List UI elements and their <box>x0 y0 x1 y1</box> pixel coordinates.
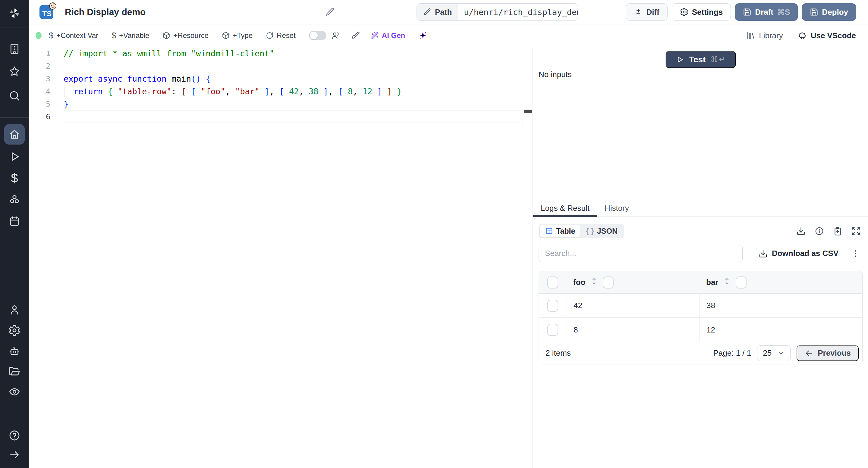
line-number: 5 <box>29 98 64 110</box>
test-button[interactable]: Test ⌘↵ <box>665 51 736 68</box>
format-brush-icon[interactable] <box>351 31 360 40</box>
edit-pencil-icon[interactable] <box>325 7 335 18</box>
sidebar-item-workers[interactable] <box>4 341 25 361</box>
info-icon[interactable] <box>815 227 824 236</box>
line-number: 2 <box>29 60 64 73</box>
code-line[interactable]: 1// import * as wmill from "windmill-cli… <box>29 47 532 60</box>
sidebar-item-folders[interactable] <box>4 361 25 381</box>
result-tabs: Logs & Result History <box>533 200 868 217</box>
add-type-button[interactable]: +Type <box>222 31 253 40</box>
code-line[interactable]: 6 <box>29 110 532 123</box>
row-checkbox[interactable] <box>547 300 558 312</box>
deploy-button[interactable]: Deploy <box>802 3 856 21</box>
library-button[interactable]: Library <box>746 31 783 40</box>
multiplayer-toggle[interactable] <box>309 31 327 40</box>
plus-minus-icon <box>634 8 643 16</box>
right-panel: Test ⌘↵ No inputs Logs & Result History <box>533 47 868 468</box>
tab-history[interactable]: History <box>597 200 637 216</box>
language-status-dot <box>36 32 41 39</box>
column-filter-checkbox[interactable] <box>603 276 614 289</box>
star-icon <box>8 65 21 77</box>
reset-button[interactable]: Reset <box>266 31 296 40</box>
magic-wand-icon <box>371 32 379 39</box>
arrow-left-icon <box>804 349 813 358</box>
table-body: 4238812 <box>539 294 862 342</box>
expand-icon[interactable] <box>851 227 861 236</box>
view-mode-table[interactable]: Table <box>540 225 581 237</box>
save-icon <box>810 8 818 16</box>
path-control[interactable]: Path u/henri/rich_display_demo <box>416 3 578 21</box>
view-mode-toggle: Table { } JSON <box>538 224 624 238</box>
sidebar-item-variables[interactable]: $ <box>4 168 25 189</box>
draft-shortcut: ⌘S <box>777 7 790 17</box>
sidebar-item-help[interactable] <box>4 425 25 446</box>
no-inputs-label: No inputs <box>538 70 572 79</box>
users-icon[interactable] <box>331 31 340 40</box>
code-editor[interactable]: 1// import * as wmill from "windmill-cli… <box>29 47 532 468</box>
windmill-logo-icon[interactable] <box>4 3 25 24</box>
sidebar-divider <box>0 118 29 118</box>
download-csv-button[interactable]: Download as CSV <box>758 249 838 258</box>
cell-foo: 8 <box>567 318 700 342</box>
path-label[interactable]: Path <box>417 4 458 21</box>
gear-icon <box>680 8 688 16</box>
table-footer: 2 items Page: 1 / 1 25 Previous <box>539 342 862 364</box>
sidebar-item-expand[interactable] <box>4 444 25 465</box>
pencil-icon <box>423 8 431 16</box>
sidebar-item-resources[interactable] <box>4 190 25 210</box>
eye-icon <box>8 386 21 398</box>
use-vscode-button[interactable]: Use VScode <box>798 31 856 40</box>
tab-logs-result[interactable]: Logs & Result <box>533 200 597 216</box>
folder-open-icon <box>8 365 21 377</box>
draft-button[interactable]: Draft ⌘S <box>735 3 798 21</box>
sidebar-item-search[interactable] <box>4 86 25 106</box>
diff-button[interactable]: Diff <box>626 3 667 21</box>
sort-icon[interactable] <box>722 277 732 288</box>
table-row: 4238 <box>539 294 862 318</box>
editor-overview-ruler[interactable] <box>523 47 532 468</box>
column-filter-checkbox[interactable] <box>736 276 747 289</box>
help-circle-icon <box>8 430 21 441</box>
sidebar-item-audit[interactable] <box>4 381 25 402</box>
column-header-foo[interactable]: foo <box>573 278 585 287</box>
row-checkbox[interactable] <box>547 324 558 336</box>
view-mode-json[interactable]: { } JSON <box>581 225 623 237</box>
select-all-checkbox[interactable] <box>547 276 558 289</box>
sidebar-item-settings[interactable] <box>4 320 25 341</box>
code-line[interactable]: 5} <box>29 98 532 110</box>
sidebar-item-workspace[interactable] <box>4 38 25 59</box>
sort-icon[interactable] <box>590 277 598 288</box>
typescript-badge: TS <box>39 5 53 19</box>
add-resource-button[interactable]: +Resource <box>162 31 209 40</box>
settings-button[interactable]: Settings <box>672 3 731 21</box>
sparkles-icon[interactable] <box>418 31 427 40</box>
previous-page-button[interactable]: Previous <box>797 345 859 361</box>
sidebar-item-users[interactable] <box>4 300 25 320</box>
column-header-bar[interactable]: bar <box>706 278 718 287</box>
test-shortcut: ⌘↵ <box>710 55 726 64</box>
path-value: u/henri/rich_display_demo <box>458 4 578 21</box>
more-options-kebab[interactable] <box>851 249 860 258</box>
dollar-icon: $ <box>11 171 18 186</box>
braces-icon: { } <box>586 227 594 235</box>
results-section: Logs & Result History Table { } <box>533 200 868 468</box>
calendar-icon <box>8 215 21 227</box>
code-line[interactable]: 3export async function main() { <box>29 73 532 85</box>
download-result-icon[interactable] <box>796 227 806 236</box>
add-context-var-button[interactable]: $ +Context Var <box>49 31 98 40</box>
copy-to-clipboard-icon[interactable] <box>833 227 842 236</box>
sidebar-item-favorites[interactable] <box>4 61 25 81</box>
code-line[interactable]: 4 return { "table-row": [ [ "foo", "bar"… <box>29 85 532 98</box>
ai-gen-button[interactable]: AI Gen <box>371 31 405 40</box>
app-window: $ <box>0 0 868 468</box>
page-indicator: Page: 1 / 1 <box>713 348 751 358</box>
code-line[interactable]: 2 <box>29 60 532 73</box>
sidebar-item-schedules[interactable] <box>4 211 25 232</box>
package-icon <box>162 32 170 39</box>
search-input[interactable] <box>538 245 743 262</box>
add-variable-button[interactable]: $ +Variable <box>112 31 149 40</box>
sidebar-item-runs[interactable] <box>4 146 25 167</box>
sidebar-item-home[interactable] <box>4 124 25 144</box>
page-size-select[interactable]: 25 <box>757 345 790 361</box>
boxes-icon <box>8 194 21 206</box>
